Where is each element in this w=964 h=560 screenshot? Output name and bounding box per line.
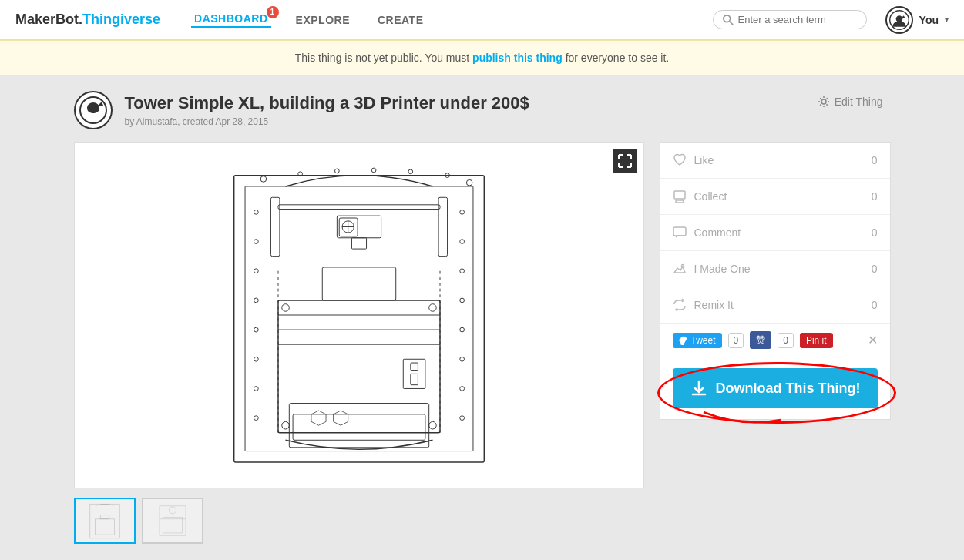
- thumbnail-2[interactable]: [142, 498, 203, 544]
- remix-label: Remix It: [694, 299, 734, 311]
- fb-count: 0: [778, 333, 794, 348]
- comment-count: 0: [872, 226, 878, 239]
- svg-rect-55: [410, 363, 418, 371]
- thumbnail-2-image: [146, 501, 200, 540]
- nav-explore[interactable]: EXPLORE: [293, 14, 353, 26]
- svg-rect-5: [233, 176, 484, 462]
- svg-point-7: [260, 176, 267, 183]
- svg-rect-60: [159, 506, 185, 536]
- comment-action-left: Comment: [673, 226, 741, 240]
- like-action[interactable]: Like 0: [660, 143, 890, 179]
- nav-create[interactable]: CREATE: [375, 14, 427, 26]
- like-label: Like: [694, 154, 714, 166]
- remix-action[interactable]: Remix It 0: [660, 287, 890, 324]
- collect-icon: [673, 189, 687, 203]
- thing-header-left: Tower Simple XL, building a 3D Printer u…: [74, 91, 529, 129]
- svg-point-4: [821, 99, 826, 104]
- logo-makerbot: MakerBot.: [15, 12, 82, 28]
- made-action-left: I Made One: [673, 262, 751, 276]
- svg-point-20: [254, 387, 258, 391]
- download-icon: [690, 379, 708, 397]
- search-box: [713, 10, 867, 29]
- made-count: 0: [872, 263, 878, 275]
- svg-point-28: [459, 387, 464, 391]
- svg-point-17: [254, 298, 258, 303]
- svg-point-18: [254, 327, 258, 332]
- svg-point-25: [459, 298, 464, 303]
- heart-icon: [673, 153, 687, 167]
- main-content: Tower Simple XL, building a 3D Printer u…: [59, 75, 906, 559]
- svg-rect-56: [410, 374, 418, 384]
- warning-text-before: This thing is not yet public. You must: [295, 52, 472, 64]
- thing-title-block: Tower Simple XL, building a 3D Printer u…: [125, 93, 529, 127]
- collect-action-left: Collect: [673, 189, 727, 203]
- svg-point-24: [459, 269, 464, 273]
- edit-thing-button[interactable]: Edit Thing: [810, 91, 891, 112]
- thumbnail-1-image: [78, 501, 132, 540]
- tweet-count: 0: [728, 333, 744, 348]
- collect-count: 0: [872, 190, 878, 203]
- svg-rect-39: [278, 300, 440, 433]
- pinterest-button[interactable]: Pin it: [800, 333, 833, 348]
- remix-action-left: Remix It: [673, 298, 734, 312]
- like-count: 0: [872, 154, 878, 166]
- download-label: Download This Thing!: [716, 381, 861, 397]
- fullscreen-button[interactable]: [613, 149, 637, 173]
- thing-header: Tower Simple XL, building a 3D Printer u…: [74, 91, 891, 129]
- close-social-button[interactable]: ✕: [868, 333, 878, 347]
- image-section: [74, 142, 644, 544]
- svg-rect-68: [673, 227, 686, 236]
- svg-rect-58: [95, 519, 114, 535]
- facebook-button[interactable]: 赞: [750, 331, 771, 349]
- content-area: Like 0 Collect 0: [74, 142, 891, 544]
- search-input[interactable]: [738, 14, 854, 25]
- warning-text-after: for everyone to see it.: [566, 52, 670, 64]
- chevron-down-icon: ▾: [945, 15, 949, 24]
- svg-point-27: [459, 357, 464, 361]
- svg-rect-59: [100, 515, 109, 519]
- logo[interactable]: MakerBot. Thingiverse: [15, 12, 160, 28]
- download-area: Download This Thing!: [660, 357, 890, 419]
- svg-point-45: [428, 304, 436, 312]
- twitter-icon: [679, 336, 688, 345]
- svg-point-26: [459, 327, 464, 332]
- svg-point-62: [169, 507, 176, 514]
- svg-point-46: [281, 421, 289, 429]
- svg-point-11: [408, 169, 412, 174]
- svg-rect-65: [676, 200, 684, 203]
- svg-point-44: [281, 304, 289, 312]
- comment-action[interactable]: Comment 0: [660, 215, 890, 251]
- search-icon: [723, 15, 734, 25]
- made-icon: [673, 262, 687, 276]
- made-action[interactable]: I Made One 0: [660, 251, 890, 287]
- thing-title: Tower Simple XL, building a 3D Printer u…: [125, 93, 529, 113]
- warning-banner: This thing is not yet public. You must p…: [0, 40, 964, 75]
- made-label: I Made One: [694, 263, 751, 275]
- like-action-left: Like: [673, 153, 714, 167]
- thumbnail-1[interactable]: [74, 498, 136, 544]
- svg-point-10: [371, 168, 376, 173]
- user-label: You: [919, 14, 939, 26]
- svg-rect-50: [289, 404, 428, 448]
- action-panel: Like 0 Collect 0: [660, 142, 891, 420]
- collect-action[interactable]: Collect 0: [660, 179, 890, 215]
- svg-point-14: [254, 210, 258, 215]
- collect-label: Collect: [694, 190, 727, 203]
- dashboard-badge: 1: [267, 6, 279, 18]
- thingiverse-logo-icon: [79, 96, 107, 124]
- social-row: Tweet 0 赞 0 Pin it ✕: [660, 324, 890, 357]
- image-container: [74, 142, 644, 488]
- thing-author: by Almustafa, created Apr 28, 2015: [125, 116, 529, 127]
- svg-point-15: [254, 240, 258, 244]
- red-arrow-annotation: [696, 408, 788, 431]
- tweet-button[interactable]: Tweet: [673, 333, 722, 348]
- edit-thing-label: Edit Thing: [835, 96, 883, 108]
- publish-link[interactable]: publish this thing: [472, 52, 563, 64]
- avatar-icon: [889, 10, 909, 30]
- thing-logo: [74, 91, 113, 129]
- user-area[interactable]: You ▾: [885, 6, 949, 34]
- download-button[interactable]: Download This Thing!: [673, 368, 878, 408]
- navbar: MakerBot. Thingiverse DASHBOARD 1 EXPLOR…: [0, 0, 964, 40]
- nav-dashboard[interactable]: DASHBOARD 1: [191, 12, 271, 28]
- remix-count: 0: [872, 299, 878, 311]
